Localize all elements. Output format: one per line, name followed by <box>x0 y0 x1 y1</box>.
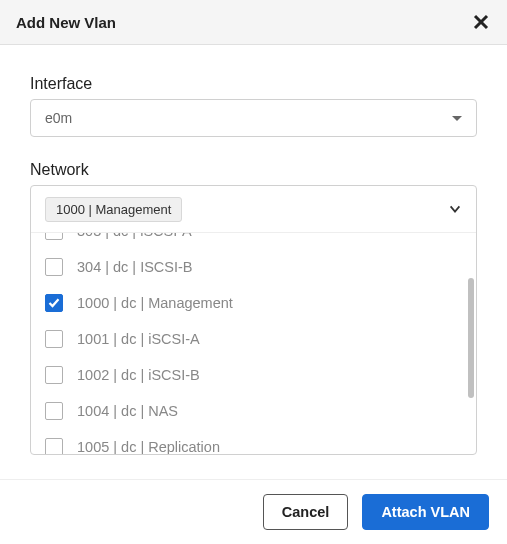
network-option-list: 303 | dc | iSCSI-A304 | dc | ISCSI-B1000… <box>31 232 476 454</box>
network-multiselect: 1000 | Management 303 | dc | iSCSI-A304 … <box>30 185 477 455</box>
network-option[interactable]: 303 | dc | iSCSI-A <box>31 232 476 249</box>
checkmark-icon <box>48 297 60 309</box>
checkbox[interactable] <box>45 232 63 240</box>
network-option[interactable]: 1000 | dc | Management <box>31 285 476 321</box>
network-option-label: 1004 | dc | NAS <box>77 403 178 419</box>
checkbox[interactable] <box>45 258 63 276</box>
interface-label: Interface <box>30 75 477 93</box>
scrollbar-thumb[interactable] <box>468 278 474 398</box>
scrollbar[interactable] <box>466 233 476 454</box>
close-button[interactable] <box>471 12 491 32</box>
network-selected-chip: 1000 | Management <box>45 197 182 222</box>
network-option-label: 1005 | dc | Replication <box>77 439 220 454</box>
network-option[interactable]: 1002 | dc | iSCSI-B <box>31 357 476 393</box>
network-option-label: 1000 | dc | Management <box>77 295 233 311</box>
chevron-down-icon <box>448 202 462 216</box>
interface-field: Interface e0m <box>30 75 477 137</box>
checkbox[interactable] <box>45 330 63 348</box>
network-option-label: 1001 | dc | iSCSI-A <box>77 331 200 347</box>
network-option[interactable]: 304 | dc | ISCSI-B <box>31 249 476 285</box>
network-option-label: 304 | dc | ISCSI-B <box>77 259 193 275</box>
modal-footer: Cancel Attach VLAN <box>0 479 507 544</box>
close-icon <box>473 14 489 30</box>
modal-body: Interface e0m Network 1000 | Management … <box>0 45 507 479</box>
add-vlan-modal: Add New Vlan Interface e0m Network 1000 … <box>0 0 507 544</box>
network-option[interactable]: 1005 | dc | Replication <box>31 429 476 454</box>
network-option[interactable]: 1001 | dc | iSCSI-A <box>31 321 476 357</box>
attach-vlan-button[interactable]: Attach VLAN <box>362 494 489 530</box>
network-multiselect-header[interactable]: 1000 | Management <box>31 186 476 232</box>
network-field: Network 1000 | Management 303 | dc | iSC… <box>30 161 477 455</box>
checkbox[interactable] <box>45 438 63 454</box>
checkbox[interactable] <box>45 366 63 384</box>
interface-select[interactable]: e0m <box>30 99 477 137</box>
interface-selected-value: e0m <box>45 110 72 126</box>
checkbox[interactable] <box>45 294 63 312</box>
modal-header: Add New Vlan <box>0 0 507 45</box>
network-option-label: 1002 | dc | iSCSI-B <box>77 367 200 383</box>
network-label: Network <box>30 161 477 179</box>
caret-down-icon <box>452 116 462 121</box>
network-option[interactable]: 1004 | dc | NAS <box>31 393 476 429</box>
checkbox[interactable] <box>45 402 63 420</box>
modal-title: Add New Vlan <box>16 14 116 31</box>
network-option-label: 303 | dc | iSCSI-A <box>77 232 192 239</box>
cancel-button[interactable]: Cancel <box>263 494 349 530</box>
